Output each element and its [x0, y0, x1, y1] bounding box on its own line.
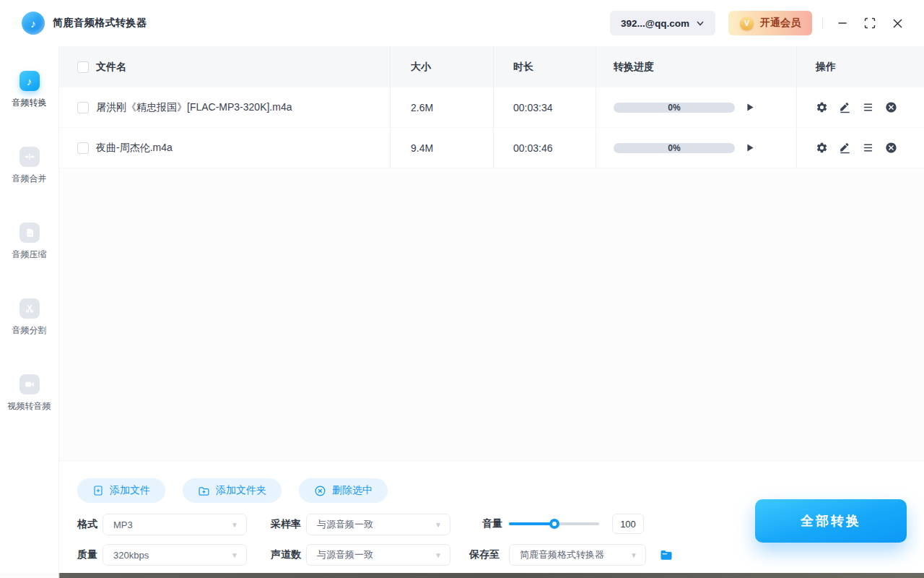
- save-to-select[interactable]: 简鹿音频格式转换器 ▼: [509, 544, 646, 566]
- dropdown-arrow-icon: ▼: [435, 551, 442, 559]
- dropdown-arrow-icon: ▼: [231, 521, 238, 529]
- info-list-icon[interactable]: [862, 142, 874, 154]
- file-name: 夜曲-周杰伦.m4a: [96, 142, 181, 155]
- bottom-panel: 添加文件 添加文件夹 删除选中 格式 MP3 ▼ 采样率: [59, 460, 924, 573]
- quality-value: 320kbps: [113, 550, 149, 561]
- column-header-duration: 时长: [513, 61, 533, 74]
- dropdown-arrow-icon: ▼: [630, 551, 637, 559]
- maximize-icon: [864, 17, 876, 29]
- volume-slider[interactable]: [509, 522, 599, 525]
- file-plus-icon: [92, 485, 104, 496]
- file-name: 屠洪刚《精忠报国》[FLAC-MP3-320K].m4a: [96, 101, 301, 114]
- close-icon: [892, 18, 903, 29]
- vip-button[interactable]: V 开通会员: [728, 11, 812, 35]
- sidebar-item-audio-convert[interactable]: ♪ 音频转换: [12, 71, 47, 109]
- dropdown-arrow-icon: ▼: [231, 551, 238, 559]
- file-size: 9.4M: [411, 142, 433, 154]
- row-checkbox[interactable]: [77, 102, 89, 113]
- sidebar-item-audio-compress[interactable]: 音频压缩: [12, 223, 47, 261]
- desktop-edge-strip: [0, 573, 924, 578]
- sample-rate-value: 与源音频一致: [317, 518, 373, 531]
- sidebar-item-label: 音频分割: [12, 324, 47, 337]
- sidebar-item-video-to-audio[interactable]: 视频转音频: [8, 374, 51, 413]
- format-select[interactable]: MP3 ▼: [103, 514, 247, 535]
- sample-rate-select[interactable]: 与源音频一致 ▼: [306, 514, 450, 535]
- main-content: 文件名 大小 时长 转换进度 操作 屠洪刚《精忠报国》[FLAC-MP3-320…: [59, 46, 924, 573]
- sample-rate-label: 采样率: [271, 518, 301, 531]
- info-list-icon[interactable]: [862, 101, 874, 113]
- dropdown-arrow-icon: ▼: [435, 521, 442, 529]
- file-size: 2.6M: [411, 102, 433, 113]
- quality-select[interactable]: 320kbps ▼: [103, 544, 247, 566]
- title-bar: ♪ 简鹿音频格式转换器 392...@qq.com V 开通会员: [0, 0, 924, 46]
- format-value: MP3: [113, 519, 133, 530]
- rename-pencil-icon[interactable]: [839, 142, 851, 154]
- add-file-button[interactable]: 添加文件: [77, 478, 165, 503]
- sidebar: ♪ 音频转换 音频合并 音频压缩 音频分割 视频转音频: [0, 46, 59, 573]
- sidebar-item-audio-split[interactable]: 音频分割: [12, 298, 47, 337]
- progress-bar: 0%: [614, 143, 735, 153]
- open-folder-button[interactable]: [659, 548, 674, 562]
- sidebar-item-label: 音频合并: [12, 173, 47, 185]
- column-header-operations: 操作: [816, 61, 836, 74]
- save-to-value: 简鹿音频格式转换器: [520, 548, 604, 561]
- remove-circle-x-icon[interactable]: [885, 142, 897, 154]
- titlebar-controls: 392...@qq.com V 开通会员: [610, 9, 911, 38]
- sidebar-item-label: 音频压缩: [12, 249, 47, 261]
- maximize-button[interactable]: [856, 9, 884, 38]
- merge-icon: [19, 147, 40, 167]
- vip-label: 开通会员: [760, 17, 801, 30]
- compress-icon: [19, 223, 40, 243]
- account-menu[interactable]: 392...@qq.com: [610, 11, 715, 35]
- play-button[interactable]: [744, 142, 755, 153]
- app-title: 简鹿音频格式转换器: [53, 17, 147, 30]
- sidebar-item-label: 音频转换: [12, 97, 47, 109]
- select-all-checkbox[interactable]: [77, 61, 89, 73]
- channels-select[interactable]: 与源音频一致 ▼: [306, 544, 450, 566]
- table-row: 屠洪刚《精忠报国》[FLAC-MP3-320K].m4a 2.6M 00:03:…: [59, 87, 924, 128]
- brand: ♪ 简鹿音频格式转换器: [22, 12, 147, 35]
- format-label: 格式: [77, 518, 97, 531]
- app-window: ♪ 简鹿音频格式转换器 392...@qq.com V 开通会员: [0, 0, 924, 578]
- rename-pencil-icon[interactable]: [839, 101, 851, 113]
- volume-label: 音量: [482, 517, 502, 530]
- settings-gear-icon[interactable]: [816, 142, 828, 154]
- channels-label: 声道数: [271, 548, 301, 561]
- add-folder-button[interactable]: 添加文件夹: [183, 478, 282, 503]
- music-note-icon: ♪: [19, 71, 40, 91]
- chevron-down-icon: [696, 19, 705, 27]
- column-header-progress: 转换进度: [614, 61, 654, 74]
- progress-value: 0%: [668, 143, 680, 153]
- minimize-icon: [837, 17, 848, 29]
- table-header: 文件名 大小 时长 转换进度 操作: [59, 46, 924, 87]
- channels-value: 与源音频一致: [317, 548, 373, 561]
- column-header-size: 大小: [411, 61, 431, 74]
- app-logo-icon: ♪: [22, 12, 45, 35]
- table-row: 夜曲-周杰伦.m4a 9.4M 00:03:46 0%: [59, 128, 924, 168]
- music-note-glyph: ♪: [30, 17, 36, 30]
- sidebar-item-audio-merge[interactable]: 音频合并: [12, 147, 47, 185]
- close-button[interactable]: [884, 9, 911, 38]
- delete-selected-button[interactable]: 删除选中: [299, 478, 388, 503]
- folder-icon: [659, 548, 674, 562]
- volume-input[interactable]: [612, 514, 644, 534]
- action-buttons: 添加文件 添加文件夹 删除选中: [77, 478, 388, 503]
- slider-handle[interactable]: [549, 519, 559, 529]
- video-camera-icon: [19, 374, 40, 394]
- play-button[interactable]: [744, 102, 755, 113]
- settings-gear-icon[interactable]: [816, 101, 828, 113]
- minimize-button[interactable]: [829, 9, 856, 38]
- remove-circle-x-icon[interactable]: [885, 101, 897, 113]
- quality-label: 质量: [77, 548, 97, 561]
- file-duration: 00:03:46: [513, 142, 553, 154]
- vip-crown-icon: V: [740, 17, 754, 30]
- column-header-filename: 文件名: [96, 61, 126, 74]
- split-scissors-icon: [19, 298, 40, 319]
- progress-value: 0%: [668, 103, 680, 113]
- sidebar-item-label: 视频转音频: [8, 400, 51, 413]
- save-to-label: 保存至: [469, 548, 500, 561]
- divider: [822, 17, 823, 29]
- progress-bar: 0%: [614, 103, 735, 113]
- row-checkbox[interactable]: [77, 142, 89, 154]
- convert-all-button[interactable]: 全部转换: [755, 499, 907, 543]
